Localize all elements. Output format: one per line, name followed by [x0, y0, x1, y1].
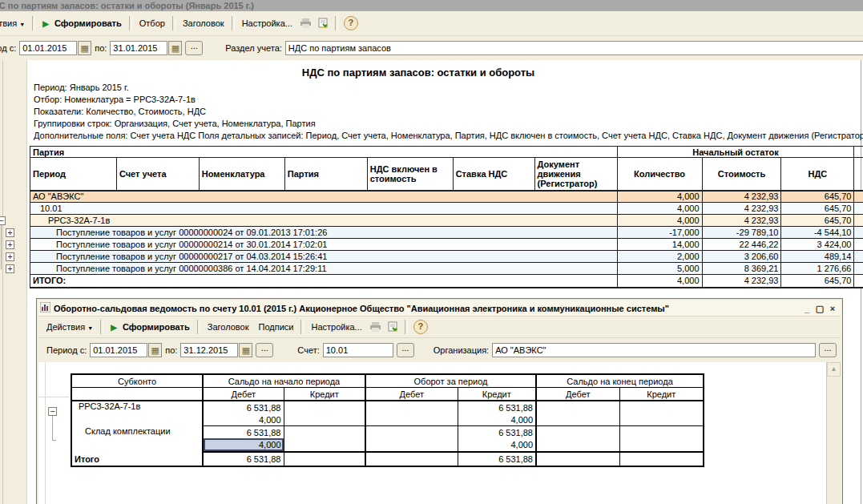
tree-line	[1, 225, 2, 269]
balance-table: Субконто Сальдо на начало периода Оборот…	[71, 373, 704, 467]
help-button[interactable]: ?	[413, 320, 428, 334]
account-input[interactable]	[323, 343, 393, 357]
section-input[interactable]	[285, 41, 863, 55]
header-button[interactable]: Заголовок	[178, 17, 229, 30]
col-header-empty	[71, 388, 203, 401]
calendar-icon[interactable]: ▦	[168, 41, 182, 55]
selected-cell[interactable]: 4,000	[203, 438, 284, 452]
col-header-debit: Дебет	[365, 388, 458, 401]
table-row-warehouse[interactable]: Склад комплектации 6 531,88 6 531,88	[71, 426, 704, 439]
report-meta-period: Период: Январь 2015 г.	[34, 83, 863, 92]
sub-report-area: − Субконто Сальдо на начало периода Обор…	[38, 362, 841, 504]
tree-line	[52, 440, 56, 441]
calendar-icon[interactable]: ▦	[239, 343, 252, 357]
col-header-vat: НДС	[781, 158, 854, 191]
settings-button[interactable]: Настройка...	[306, 321, 366, 333]
col-header-subconto: Субконто	[71, 374, 203, 388]
period-to-label: по:	[95, 43, 107, 53]
organization-select-button[interactable]: ...	[819, 343, 837, 357]
col-header-credit: Кредит	[458, 388, 536, 401]
help-button[interactable]: ?	[344, 16, 358, 30]
clipped-column	[854, 158, 863, 191]
settings-button[interactable]: Настройка...	[237, 17, 297, 30]
actions-menu-button[interactable]: Действия ▼	[0, 17, 30, 30]
signatures-button[interactable]: Подписи	[253, 321, 298, 333]
period-from-label: Период с:	[0, 43, 16, 53]
export-table-icon[interactable]	[387, 321, 400, 333]
calendar-icon[interactable]: ▦	[78, 41, 91, 55]
play-icon: ▶	[42, 19, 49, 28]
period-to-input[interactable]	[110, 41, 167, 55]
table-row-organization[interactable]: АО "АВЭКС" 4,000 4 232,93 645,70	[30, 191, 863, 203]
export-table-icon[interactable]	[317, 18, 330, 30]
report-meta-extra-fields: Дополнительные поля: Счет учета НДС Поля…	[34, 131, 863, 140]
toolbar-separator	[100, 320, 103, 334]
generate-button[interactable]: ▶ Сформировать	[38, 17, 127, 30]
organization-input[interactable]	[492, 343, 816, 357]
table-row-total[interactable]: Итого 6 531,88 6 531,88	[71, 452, 704, 466]
toolbar-separator	[335, 16, 338, 30]
toolbar-separator	[300, 320, 304, 334]
report-table: Партия Начальный остаток Период Счет уче…	[30, 146, 863, 288]
sub-toolbar: Действия ▼ ▶ Сформировать Заголовок Подп…	[38, 317, 841, 338]
report-grouping-margin	[0, 60, 27, 504]
maximize-button[interactable]: ▢	[813, 302, 826, 315]
period-options-button[interactable]: ...	[185, 41, 203, 55]
chevron-down-icon: ▼	[87, 325, 93, 331]
expand-row-icon[interactable]: +	[6, 240, 14, 249]
margin-divider	[45, 362, 46, 504]
generate-button[interactable]: ▶ Сформировать	[106, 321, 195, 333]
toolbar-separator	[129, 16, 132, 30]
account-label: Счет:	[297, 345, 319, 355]
vertical-scrollbar[interactable]: ▲	[826, 362, 841, 504]
toolbar-separator	[232, 16, 235, 30]
table-row-document[interactable]: Поступление товаров и услуг 00000000214 …	[30, 239, 863, 251]
expand-row-icon[interactable]: +	[6, 252, 14, 261]
period-to-input[interactable]	[180, 343, 238, 357]
col-header-credit: Кредит	[284, 388, 365, 401]
header-button[interactable]: Заголовок	[203, 321, 254, 333]
printer-icon[interactable]	[300, 18, 313, 30]
margin-divider	[38, 397, 70, 397]
filter-button[interactable]: Отбор	[135, 17, 170, 30]
period-from-input[interactable]	[90, 343, 147, 357]
account-select-button[interactable]: ...	[397, 343, 414, 357]
main-window-title: НДС по партиям запасов: остатки и оборот…	[0, 1, 254, 10]
col-header-account: Счет учета	[116, 158, 199, 191]
period-from-input[interactable]	[19, 41, 77, 55]
table-row-account[interactable]: 10.01 4,000 4 232,93 645,70	[30, 203, 863, 215]
main-window-titlebar: НДС по партиям запасов: остатки и оборот…	[0, 0, 863, 11]
col-header-turnover: Оборот за период	[365, 374, 536, 388]
tree-line	[52, 416, 53, 440]
table-row-document[interactable]: Поступление товаров и услуг 00000000024 …	[30, 227, 863, 239]
play-icon: ▶	[111, 323, 117, 332]
table-row-nomenclature[interactable]: РРС3-32А-7-1в 6 531,88 6 531,88	[71, 401, 704, 413]
sub-filter-bar: Период с: ▦ по: ▦ ... Счет: ... Организа…	[38, 338, 841, 362]
actions-menu-button[interactable]: Действия ▼	[42, 321, 98, 333]
toolbar-separator	[405, 320, 408, 334]
scroll-up-icon[interactable]: ▲	[827, 362, 841, 377]
minimize-button[interactable]: _	[800, 302, 813, 315]
table-row-total[interactable]: ИТОГО: 4,000 4 232,93 645,70	[30, 275, 863, 288]
table-row-document[interactable]: Поступление товаров и услуг 00000000386 …	[30, 263, 863, 275]
calendar-icon[interactable]: ▦	[148, 343, 162, 357]
report-meta-indicators: Показатели: Количество, Стоимость, НДС	[34, 107, 863, 116]
sub-window-titlebar[interactable]: Оборотно-сальдовая ведомость по счету 10…	[38, 300, 841, 317]
group-header-left: Партия	[30, 147, 618, 158]
screen: НДС по партиям запасов: остатки и оборот…	[0, 0, 863, 504]
report-window-icon	[40, 302, 50, 314]
table-row-nomenclature[interactable]: РРС3-32А-7-1в 4,000 4 232,93 645,70	[30, 215, 863, 227]
table-row-document[interactable]: Поступление товаров и услуг 00000000217 …	[30, 251, 863, 263]
collapse-group-icon[interactable]: −	[0, 216, 6, 225]
col-header-batch: Партия	[284, 158, 367, 191]
collapse-group-icon[interactable]: −	[48, 407, 57, 416]
expand-row-icon[interactable]: +	[6, 228, 14, 237]
main-filter-bar: Период с: ▦ по: ▦ ... Раздел учета:	[0, 36, 863, 60]
col-header-vat-included: НДС включен в стоимость	[367, 158, 453, 191]
toolbar-separator	[32, 16, 35, 30]
period-options-button[interactable]: ...	[256, 343, 273, 357]
printer-icon[interactable]	[369, 321, 382, 333]
close-button[interactable]: ×	[826, 302, 839, 315]
expand-row-icon[interactable]: +	[6, 264, 14, 273]
section-label: Раздел учета:	[225, 43, 282, 53]
